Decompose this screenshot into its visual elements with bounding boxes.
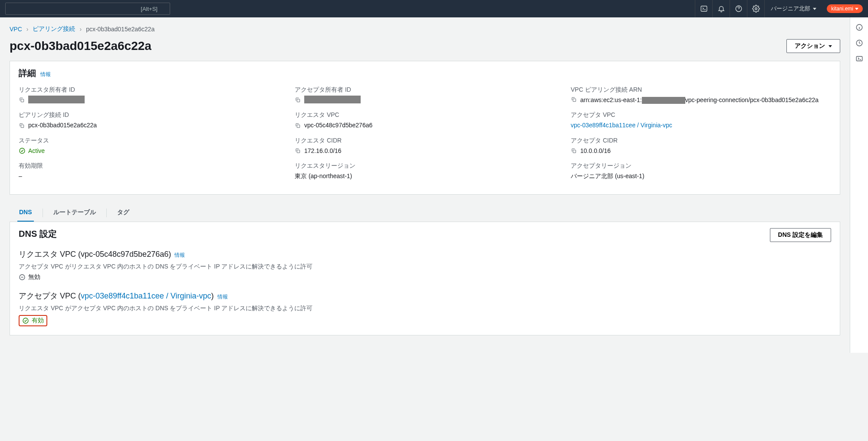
- requester-vpc-value: vpc-05c48c97d5be276a6: [304, 121, 372, 129]
- chevron-down-icon: [829, 45, 832, 47]
- actions-button[interactable]: アクション: [786, 39, 840, 53]
- info-link[interactable]: 情報: [40, 71, 51, 78]
- dns-title: DNS 設定: [19, 228, 57, 240]
- dns-requester-status: 無効: [19, 273, 831, 281]
- chevron-down-icon: [813, 8, 816, 10]
- svg-point-12: [23, 318, 28, 323]
- tab-separator: [43, 209, 43, 217]
- breadcrumb-parent[interactable]: ピアリング接続: [33, 25, 75, 33]
- requester-region-value: 東京 (ap-northeast-1): [295, 172, 555, 180]
- svg-point-2: [755, 8, 757, 10]
- dns-panel: DNS 設定 DNS 設定を編集 リクエスタ VPC (vpc-05c48c97…: [10, 222, 840, 335]
- breadcrumb: VPC › ピアリング接続 › pcx-0b3bad015e2a6c22a: [10, 25, 840, 33]
- check-circle-icon: [19, 147, 26, 154]
- user-label: kitani.emi: [831, 6, 853, 12]
- dns-accepter-title: アクセプタ VPC (vpc-03e89ff4c1ba11cee / Virgi…: [19, 291, 831, 301]
- redacted-value: [28, 96, 85, 103]
- chevron-down-icon: [855, 8, 858, 10]
- copy-icon[interactable]: [295, 96, 302, 103]
- status-label: ステータス: [19, 137, 279, 145]
- check-circle-icon: [22, 317, 29, 324]
- actions-label: アクション: [795, 42, 825, 50]
- cloudshell-icon[interactable]: [855, 55, 863, 63]
- region-selector[interactable]: バージニア北部: [764, 0, 822, 17]
- status-value: Active: [19, 146, 279, 155]
- details-title: 詳細: [19, 67, 36, 79]
- svg-rect-9: [297, 150, 299, 153]
- tab-separator: [106, 209, 107, 217]
- expiration-value: –: [19, 172, 279, 180]
- requester-region-label: リクエスタリージョン: [295, 162, 555, 170]
- dns-accepter-desc: リクエスタ VPC がアクセプタ VPC 内のホストの DNS をプライベート …: [19, 305, 831, 312]
- global-topbar: [Alt+S] バージニア北部 kitani.emi: [0, 0, 868, 17]
- edit-dns-button[interactable]: DNS 設定を編集: [770, 228, 831, 242]
- dns-requester-title: リクエスタ VPC (vpc-05c48c97d5be276a6) 情報: [19, 249, 831, 259]
- accepter-cidr-label: アクセプタ CIDR: [571, 137, 831, 145]
- dns-accepter-status: 有効: [22, 317, 44, 325]
- history-icon[interactable]: [855, 39, 863, 47]
- breadcrumb-root[interactable]: VPC: [10, 26, 22, 33]
- svg-rect-10: [573, 150, 575, 153]
- tab-tags[interactable]: タグ: [115, 204, 131, 222]
- copy-icon[interactable]: [295, 122, 302, 129]
- peering-id-label: ピアリング接続 ID: [19, 111, 279, 119]
- info-circle-icon[interactable]: [855, 23, 863, 31]
- peering-id-value: pcx-0b3bad015e2a6c22a: [28, 121, 97, 129]
- accepter-vpc-label: アクセプタ VPC: [571, 111, 831, 119]
- accepter-vpc-link[interactable]: vpc-03e89ff4c1ba11cee / Virginia-vpc: [81, 292, 211, 300]
- redacted-value: [304, 96, 361, 103]
- cloudshell-icon[interactable]: [695, 0, 712, 17]
- accepter-owner-label: アクセプタ所有者 ID: [295, 86, 555, 94]
- highlight-box: 有効: [19, 315, 47, 326]
- accepter-vpc-link[interactable]: vpc-03e89ff4c1ba11cee / Virginia-vpc: [571, 121, 672, 129]
- accepter-region-label: アクセプタリージョン: [571, 162, 831, 170]
- accepter-cidr-value: 10.0.0.0/16: [580, 146, 611, 155]
- notifications-icon[interactable]: [712, 0, 730, 17]
- info-link[interactable]: 情報: [217, 293, 228, 301]
- requester-owner-label: リクエスタ所有者 ID: [19, 86, 279, 94]
- copy-icon[interactable]: [19, 122, 26, 129]
- copy-icon[interactable]: [19, 96, 26, 103]
- dns-requester-desc: アクセプタ VPC がリクエスタ VPC 内のホストの DNS をプライベート …: [19, 263, 831, 271]
- minus-circle-icon: [19, 274, 26, 281]
- svg-rect-7: [297, 125, 299, 127]
- svg-point-8: [20, 148, 25, 153]
- region-label: バージニア北部: [771, 5, 810, 13]
- svg-rect-3: [21, 99, 23, 102]
- chevron-right-icon: ›: [26, 26, 29, 33]
- chevron-right-icon: ›: [79, 26, 82, 33]
- help-icon[interactable]: [730, 0, 747, 17]
- copy-icon[interactable]: [571, 96, 578, 103]
- svg-rect-4: [297, 99, 299, 102]
- tab-bar: DNS ルートテーブル タグ: [10, 204, 840, 222]
- redacted-value: [642, 97, 685, 104]
- accepter-region-value: バージニア北部 (us-east-1): [571, 172, 831, 180]
- search-shortcut-hint: [Alt+S]: [141, 6, 158, 12]
- account-menu[interactable]: kitani.emi: [827, 4, 863, 13]
- right-tools-rail: [850, 17, 868, 353]
- breadcrumb-current: pcx-0b3bad015e2a6c22a: [86, 26, 155, 33]
- svg-rect-6: [21, 125, 23, 127]
- details-panel: 詳細 情報 リクエスタ所有者 ID アクセプタ所有者 ID: [10, 61, 840, 195]
- requester-cidr-value: 172.16.0.0/16: [304, 146, 342, 155]
- copy-icon[interactable]: [295, 147, 302, 154]
- tab-route-tables[interactable]: ルートテーブル: [52, 204, 98, 222]
- expiration-label: 有効期限: [19, 162, 279, 170]
- requester-cidr-label: リクエスタ CIDR: [295, 137, 555, 145]
- arn-value: arn:aws:ec2:us-east-1:vpc-peering-connec…: [580, 96, 819, 104]
- requester-vpc-label: リクエスタ VPC: [295, 111, 555, 119]
- settings-icon[interactable]: [747, 0, 764, 17]
- arn-label: VPC ピアリング接続 ARN: [571, 86, 831, 94]
- info-link[interactable]: 情報: [174, 252, 185, 259]
- copy-icon[interactable]: [571, 147, 578, 154]
- page-title: pcx-0b3bad015e2a6c22a: [10, 39, 151, 53]
- tab-dns[interactable]: DNS: [17, 204, 34, 222]
- search-input[interactable]: [Alt+S]: [5, 3, 170, 15]
- svg-rect-5: [573, 99, 575, 101]
